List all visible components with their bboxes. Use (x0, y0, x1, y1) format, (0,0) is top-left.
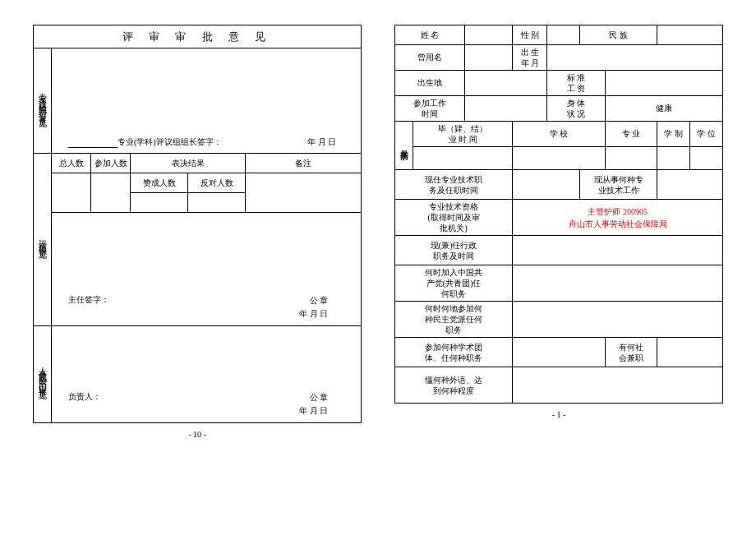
val-current-title (513, 170, 580, 200)
val-birthplace (465, 71, 547, 96)
val-worktime (465, 96, 547, 122)
title: 评 审 审 批 意 见 (34, 25, 362, 48)
col-result: 表决结果 (131, 154, 246, 173)
col-oppose: 反对人数 (188, 173, 246, 193)
val-salary (605, 71, 722, 96)
page-left: 评 审 审 批 意 见 专家评议组或同行专家意见 专业(学科)评议组组长签字： … (33, 25, 362, 519)
lbl-name: 姓 名 (395, 25, 465, 45)
total-cell (52, 173, 91, 213)
lbl-current-work: 现从事何种专业技术工作 (580, 170, 657, 200)
lbl-qual: 专业技术资格(取得时间及审批机关) (395, 200, 513, 236)
col-agree: 赞成人数 (131, 173, 188, 193)
val-demparty (513, 302, 723, 338)
lbl-birthplace: 出生地 (395, 71, 465, 96)
page-right: 姓 名 性 别 民 族 曾用名 出 生年 月 出生地 标 准工 资 参加工作时间… (394, 25, 723, 519)
val-system (657, 147, 690, 170)
lbl-nation: 民 族 (580, 25, 657, 45)
agree-cell (131, 193, 188, 213)
hr-opinion-area (52, 326, 362, 384)
val-degree (690, 147, 723, 170)
val-major (605, 147, 657, 170)
col-attend: 参加人数 (91, 154, 131, 173)
hr-sign-row: 负责人： 公 章 年 月 日 (52, 384, 362, 423)
lbl-edu: 最高学历 (395, 122, 413, 170)
lbl-health: 身 体状 况 (547, 96, 605, 122)
val-health: 健康 (605, 96, 722, 122)
page-number-right: - 1 - (394, 410, 723, 419)
lbl-demparty: 何时何地参加何种民主党派任何职务 (395, 302, 513, 338)
val-qual: 主管护师 200905 舟山市人事劳动社会保障局 (513, 200, 723, 236)
val-language (513, 367, 723, 404)
expert-opinion-area (52, 48, 362, 114)
personal-info-table: 姓 名 性 别 民 族 曾用名 出 生年 月 出生地 标 准工 资 参加工作时间… (394, 25, 723, 404)
lbl-worktime: 参加工作时间 (395, 96, 465, 122)
review-sign-row: 主任签字： 公 章 年 月 日 (52, 287, 362, 326)
lbl-current-title: 现任专业技术职务及任职时间 (395, 170, 513, 200)
lbl-former: 曾用名 (395, 45, 465, 71)
expert-label: 专家评议组或同行专家意见 (34, 48, 52, 154)
val-nation (657, 25, 722, 45)
val-admin (513, 236, 723, 265)
review-opinion-area (52, 213, 362, 287)
page-number-left: - 10 - (33, 430, 362, 439)
expert-sign-row: 专业(学科)评议组组长签字： 年 月 日 (52, 114, 362, 154)
lbl-school: 学 校 (513, 122, 605, 147)
val-gradtime (413, 147, 513, 170)
review-org-label: 评审组织意见 (34, 154, 52, 326)
lbl-gender: 性 别 (513, 25, 547, 45)
note-cell (246, 173, 362, 213)
val-gender (547, 25, 580, 45)
attend-cell (91, 173, 131, 213)
oppose-cell (188, 193, 246, 213)
lbl-major: 专 业 (605, 122, 657, 147)
lbl-system: 学 制 (657, 122, 690, 147)
val-former (465, 45, 513, 71)
lbl-parttime: 有何社会兼职 (605, 338, 657, 367)
val-parttime (657, 338, 723, 367)
val-school (513, 147, 605, 170)
lbl-degree: 学 位 (690, 122, 723, 147)
col-total: 总人数 (52, 154, 91, 173)
lbl-society: 参加何种学术团体、任何种职务 (395, 338, 513, 367)
lbl-birth: 出 生年 月 (513, 45, 547, 71)
val-society (513, 338, 605, 367)
col-note: 备注 (246, 154, 362, 173)
val-current-work (657, 170, 723, 200)
lbl-party: 何时加入中国共产党(共青团)任何职务 (395, 265, 513, 302)
hr-label: 人事或职改部门审批意见 (34, 326, 52, 423)
val-name (465, 25, 513, 45)
val-party (513, 265, 723, 302)
lbl-salary: 标 准工 资 (547, 71, 605, 96)
lbl-gradtime: 毕（肄、结）业 时 间 (413, 122, 513, 147)
review-approval-table: 评 审 审 批 意 见 专家评议组或同行专家意见 专业(学科)评议组组长签字： … (33, 25, 362, 423)
lbl-admin: 现(兼)任行政职务及时间 (395, 236, 513, 265)
val-birth (547, 45, 723, 71)
lbl-language: 懂何种外语、达到何种程度 (395, 367, 513, 404)
